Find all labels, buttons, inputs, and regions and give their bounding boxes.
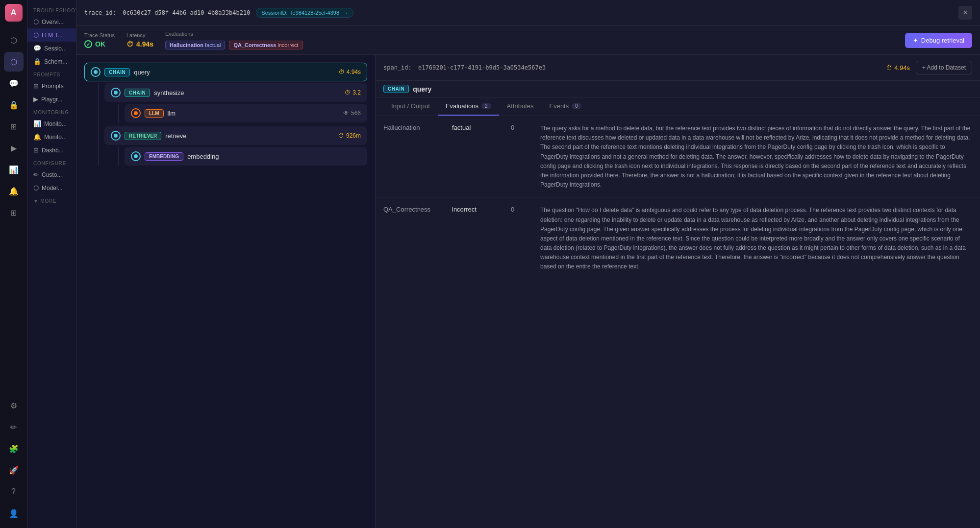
qa-eval-name: QA_Correctness bbox=[376, 198, 444, 280]
close-button[interactable]: × bbox=[958, 6, 972, 20]
hallucination-badge: Hallucination factual bbox=[165, 41, 225, 49]
detail-chain-badge: CHAIN bbox=[383, 85, 409, 93]
hallucination-eval-name: Hallucination bbox=[376, 116, 444, 198]
sidebar-item-puzzle[interactable]: 🧩 bbox=[4, 439, 24, 458]
add-to-dataset-button[interactable]: + Add to Dataset bbox=[916, 61, 972, 74]
qa-eval-value: incorrect bbox=[444, 198, 503, 280]
llm-circle-inner bbox=[134, 111, 138, 115]
hallucination-badge-name: Hallucination bbox=[170, 42, 203, 48]
sidebar-item-rocket[interactable]: 🚀 bbox=[4, 460, 24, 480]
sidebar-item-custom[interactable]: ✏ bbox=[4, 417, 24, 437]
left-item-models-label: Model... bbox=[42, 185, 63, 192]
tab-evaluations[interactable]: Evaluations 2 bbox=[438, 97, 499, 116]
tree-node-llm: LLM llm 👁 566 bbox=[125, 104, 367, 122]
hallucination-eval-value: factual bbox=[444, 116, 503, 198]
tree-node-synthesize-left: CHAIN synthesize bbox=[111, 88, 184, 97]
trace-status-label: Trace Status bbox=[103, 32, 115, 38]
llm-circle bbox=[131, 108, 141, 118]
evaluations-tab-count: 2 bbox=[481, 103, 491, 109]
sidebar-item-sessions[interactable]: 💬 bbox=[4, 73, 24, 93]
tree-node-embedding-left: EMBEDDING embedding bbox=[131, 151, 219, 161]
left-item-schema-label: Schem... bbox=[44, 58, 67, 65]
trace-status-value: ✓ OK bbox=[103, 40, 115, 48]
left-item-dashboard-label: Dashb... bbox=[42, 147, 64, 154]
detail-header: span_id: e1769201-c177-4191-b9d5-3a0534e… bbox=[376, 55, 980, 81]
embedding-circle-inner bbox=[134, 154, 138, 158]
sidebar-item-schema[interactable]: 🔒 bbox=[4, 95, 24, 115]
span-id-value: e1769201-c177-4191-b9d5-3a0534e567e3 bbox=[418, 64, 546, 71]
sidebar-item-cube[interactable]: ⬡ bbox=[4, 30, 24, 50]
sidebar-item-monitoring[interactable]: 📊 bbox=[4, 160, 24, 179]
tree-node-synthesize-row[interactable]: CHAIN synthesize ⏱ 3.2 bbox=[104, 83, 367, 102]
tree-node-llm-row[interactable]: LLM llm 👁 566 bbox=[125, 104, 367, 122]
detail-time: ⏱ 4.94s bbox=[886, 64, 910, 72]
hallucination-eval-explanation: The query asks for a method to delete da… bbox=[532, 116, 980, 198]
sidebar-item-alerts[interactable]: 🔔 bbox=[4, 181, 24, 201]
tree-node-retrieve-row[interactable]: RETRIEVER retrieve ⏱ 926m bbox=[104, 126, 367, 145]
schema-icon: 🔒 bbox=[33, 58, 41, 65]
tab-input-output[interactable]: Input / Output bbox=[383, 97, 438, 116]
sidebar-item-help[interactable]: ? bbox=[4, 482, 24, 502]
left-item-monitor2-label: Monito... bbox=[44, 134, 67, 141]
sidebar-item-dashboard[interactable]: ⊞ bbox=[4, 203, 24, 222]
tree-node-embedding-row[interactable]: EMBEDDING embedding bbox=[125, 147, 367, 166]
qa-badge-name: QA_Correctness bbox=[233, 42, 276, 48]
retrieve-node-time: ⏱ 926m bbox=[338, 132, 361, 139]
query-clock-icon: ⏱ bbox=[339, 69, 345, 75]
trace-id-value: 0c630c27-d58f-44b6-ad10-4b8a33b4b210 bbox=[123, 9, 250, 16]
qa-eval-explanation: The question "How do I delete data" is a… bbox=[532, 198, 980, 280]
qa-eval-score: 0 bbox=[503, 198, 532, 280]
tree-children-retrieve: EMBEDDING embedding bbox=[118, 147, 367, 166]
retrieve-node-name: retrieve bbox=[165, 132, 186, 140]
session-badge[interactable]: SessionID: fe984128-25cf-4398 → bbox=[256, 8, 353, 18]
synthesize-circle-inner bbox=[114, 91, 118, 95]
clock-icon: ⏱ bbox=[126, 40, 133, 48]
evaluations-tab-label: Evaluations bbox=[446, 102, 478, 110]
retrieve-clock-icon: ⏱ bbox=[338, 132, 344, 139]
embedding-node-name: embedding bbox=[187, 153, 219, 160]
retrieve-badge: RETRIEVER bbox=[125, 132, 161, 140]
tree-children-query: CHAIN synthesize ⏱ 3.2 bbox=[103, 83, 367, 166]
status-bar: Trace Status ✓ OK Latency ⏱ 4.94s Evalua… bbox=[103, 26, 980, 55]
tree-node-query-row[interactable]: CHAIN query ⏱ 4.94s bbox=[103, 63, 367, 81]
trace-id-label: trace_id: 0c630c27-d58f-44b6-ad10-4b8a33… bbox=[103, 9, 250, 16]
sidebar-item-user[interactable]: 👤 bbox=[4, 504, 24, 523]
sidebar-item-configure[interactable]: ⚙ bbox=[4, 396, 24, 415]
session-id-value: fe984128-25cf-4398 bbox=[291, 10, 339, 16]
tab-attributes[interactable]: Attributes bbox=[499, 97, 542, 116]
query-node-name: query bbox=[134, 69, 150, 76]
hallucination-badge-value: factual bbox=[205, 42, 221, 48]
query-chain-badge: CHAIN bbox=[104, 68, 130, 76]
main-content: trace_id: 0c630c27-d58f-44b6-ad10-4b8a33… bbox=[103, 0, 980, 528]
synthesize-clock-icon: ⏱ bbox=[345, 89, 351, 96]
left-item-prompts-label: Prompts bbox=[42, 83, 64, 90]
retrieve-circle bbox=[111, 131, 121, 141]
left-item-llm-label: LLM T... bbox=[42, 32, 62, 39]
modal-header: trace_id: 0c630c27-d58f-44b6-ad10-4b8a33… bbox=[103, 0, 980, 26]
sidebar-item-llm[interactable]: ⬡ bbox=[4, 52, 24, 72]
sidebar-item-play[interactable]: ▶ bbox=[4, 138, 24, 158]
tree-node-retrieve: RETRIEVER retrieve ⏱ 926m bbox=[104, 126, 367, 166]
monitor-icon: 📊 bbox=[33, 120, 41, 127]
tab-events[interactable]: Events 0 bbox=[541, 97, 589, 116]
detail-span-name: query bbox=[413, 85, 431, 93]
left-item-monitor-label: Monito... bbox=[44, 120, 67, 127]
events-tab-count: 0 bbox=[572, 103, 581, 109]
llm-badge: LLM bbox=[145, 109, 164, 118]
synthesize-node-name: synthesize bbox=[154, 89, 184, 96]
qa-correctness-badge: QA_Correctness incorrect bbox=[229, 41, 302, 49]
trace-status: Trace Status ✓ OK bbox=[103, 32, 115, 48]
latency-label: Latency bbox=[126, 32, 153, 38]
evaluations-section: Evaluations Hallucination factual QA_Cor… bbox=[165, 31, 303, 49]
synthesize-chain-badge: CHAIN bbox=[125, 89, 150, 97]
trace-tree-panel: CHAIN query ⏱ 4.94s bbox=[103, 55, 376, 528]
left-item-custom-label: Custo... bbox=[42, 171, 62, 178]
embedding-circle bbox=[131, 151, 141, 161]
debug-retrieval-button[interactable]: ✦ Debug retrieval bbox=[905, 33, 972, 48]
span-chain-header: CHAIN query bbox=[376, 81, 980, 97]
input-output-tab-label: Input / Output bbox=[391, 102, 430, 110]
eval-row-qa-correctness: QA_Correctness incorrect 0 The question … bbox=[376, 198, 980, 280]
modal-body: CHAIN query ⏱ 4.94s bbox=[103, 55, 980, 528]
sidebar-item-grid[interactable]: ⊞ bbox=[4, 117, 24, 136]
lightning-icon: ✦ bbox=[913, 37, 918, 44]
